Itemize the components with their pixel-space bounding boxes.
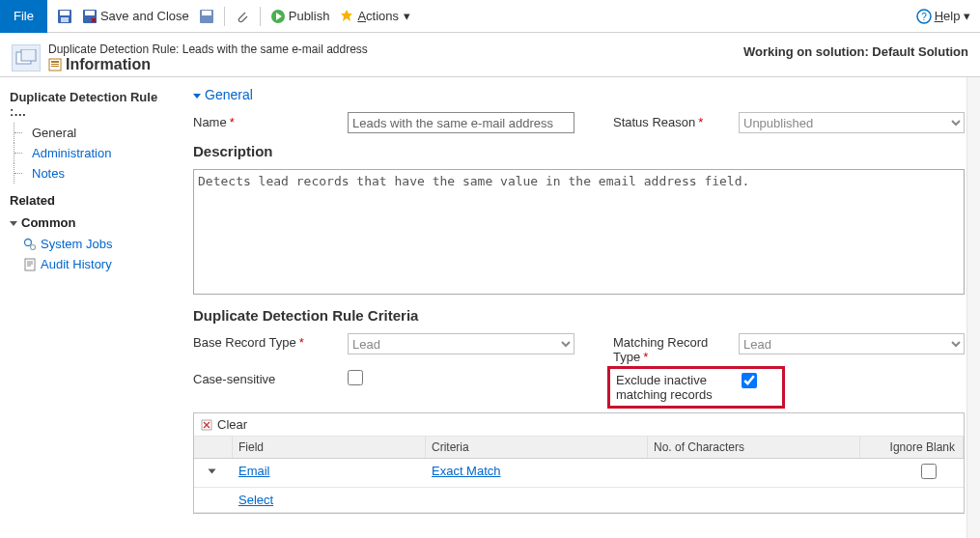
svg-point-16: [25, 239, 32, 245]
save-icon: [57, 9, 72, 24]
svg-text:?: ?: [921, 12, 927, 22]
solution-status: Working on solution: Default Solution: [743, 44, 968, 59]
section-general[interactable]: General: [193, 85, 965, 112]
entity-icon: [12, 44, 41, 71]
ribbon-toolbar: File Save and Close Publish Actions ▾: [0, 0, 980, 33]
criteria-heading: Duplicate Detection Rule Criteria: [193, 307, 965, 324]
svg-rect-1: [60, 11, 70, 15]
base-record-type-select[interactable]: Lead: [348, 333, 574, 354]
nav-item-audit-history[interactable]: Audit History: [4, 254, 183, 274]
save-close-button[interactable]: Save and Close: [82, 9, 189, 24]
col-field: Field: [233, 437, 426, 458]
criteria-row: Email Exact Match: [194, 459, 964, 488]
svg-rect-4: [85, 11, 95, 15]
case-sensitive-label: Case-sensitive: [193, 370, 348, 386]
help-menu[interactable]: Help ▾: [935, 9, 970, 23]
publish-icon: [270, 9, 286, 24]
select-field-link[interactable]: Select: [238, 493, 273, 507]
ribbon-separator: [260, 7, 261, 26]
matching-record-type-label: Matching Record Type*: [613, 333, 739, 364]
navigation-sidebar: Duplicate Detection Rule :… General Admi…: [0, 77, 183, 538]
save-as-button[interactable]: [199, 9, 214, 24]
actions-icon: [339, 9, 354, 24]
sidebar-title: Duplicate Detection Rule :…: [4, 86, 183, 123]
chevron-down-icon[interactable]: [208, 469, 215, 474]
svg-rect-13: [51, 61, 59, 63]
criteria-grid: Clear Field Criteria No. of Characters I…: [193, 412, 965, 514]
svg-rect-15: [51, 66, 59, 67]
file-menu[interactable]: File: [0, 0, 47, 33]
field-cell[interactable]: Email: [238, 464, 270, 478]
help-icon: ?: [916, 9, 932, 24]
clear-button[interactable]: Clear: [194, 413, 964, 437]
ribbon-separator: [224, 7, 225, 26]
description-textarea[interactable]: Detects lead records that have the same …: [193, 169, 965, 295]
page-header: Duplicate Detection Rule: Leads with the…: [0, 33, 980, 77]
scrollbar[interactable]: [966, 77, 980, 538]
save-as-icon: [199, 9, 214, 24]
main-content: General Name* Status Reason* Unpublished…: [183, 77, 980, 538]
page-subtitle: Duplicate Detection Rule: Leads with the…: [48, 42, 368, 56]
save-button[interactable]: [57, 9, 72, 24]
description-label: Description: [193, 143, 965, 159]
page-title: Information: [48, 56, 368, 73]
related-heading: Related: [4, 184, 183, 212]
status-reason-label: Status Reason*: [613, 112, 739, 129]
case-sensitive-checkbox[interactable]: [348, 370, 363, 385]
highlighted-option: Exclude inactive matching records: [607, 366, 785, 409]
actions-menu[interactable]: Actions ▾: [339, 9, 410, 24]
name-input[interactable]: [348, 112, 574, 133]
col-ignore: Ignore Blank: [860, 437, 964, 458]
svg-rect-18: [25, 259, 35, 270]
svg-rect-14: [51, 64, 59, 65]
exclude-inactive-checkbox[interactable]: [742, 373, 757, 388]
matching-record-type-select[interactable]: Lead: [739, 333, 965, 354]
base-record-type-label: Base Record Type*: [193, 333, 348, 350]
svg-rect-6: [202, 11, 211, 15]
gears-icon: [23, 238, 37, 251]
paperclip-icon: [235, 9, 250, 24]
nav-item-system-jobs[interactable]: System Jobs: [4, 234, 183, 254]
save-close-label: Save and Close: [100, 9, 189, 23]
status-reason-select[interactable]: Unpublished: [739, 112, 965, 133]
clear-icon: [200, 418, 213, 432]
document-icon: [23, 258, 37, 271]
publish-label: Publish: [289, 9, 330, 23]
nav-item-administration[interactable]: Administration: [14, 143, 183, 163]
svg-rect-2: [61, 17, 69, 22]
nav-item-notes[interactable]: Notes: [14, 163, 183, 184]
col-nchars: No. of Characters: [648, 437, 860, 458]
criteria-cell[interactable]: Exact Match: [432, 464, 501, 478]
svg-rect-11: [21, 49, 36, 61]
name-label: Name*: [193, 112, 348, 129]
actions-label: Actions: [357, 9, 399, 23]
attach-button[interactable]: [235, 9, 250, 24]
exclude-inactive-label: Exclude inactive matching records: [610, 373, 736, 402]
common-heading[interactable]: Common: [4, 212, 183, 234]
grid-header: Field Criteria No. of Characters Ignore …: [194, 437, 964, 459]
form-icon: [48, 58, 62, 71]
col-criteria: Criteria: [426, 437, 648, 458]
ignore-blank-checkbox[interactable]: [921, 464, 937, 479]
publish-button[interactable]: Publish: [270, 9, 330, 24]
svg-point-17: [31, 244, 36, 249]
nav-item-general[interactable]: General: [14, 123, 183, 143]
criteria-row-new: Select: [194, 488, 964, 513]
save-close-icon: [82, 9, 98, 24]
